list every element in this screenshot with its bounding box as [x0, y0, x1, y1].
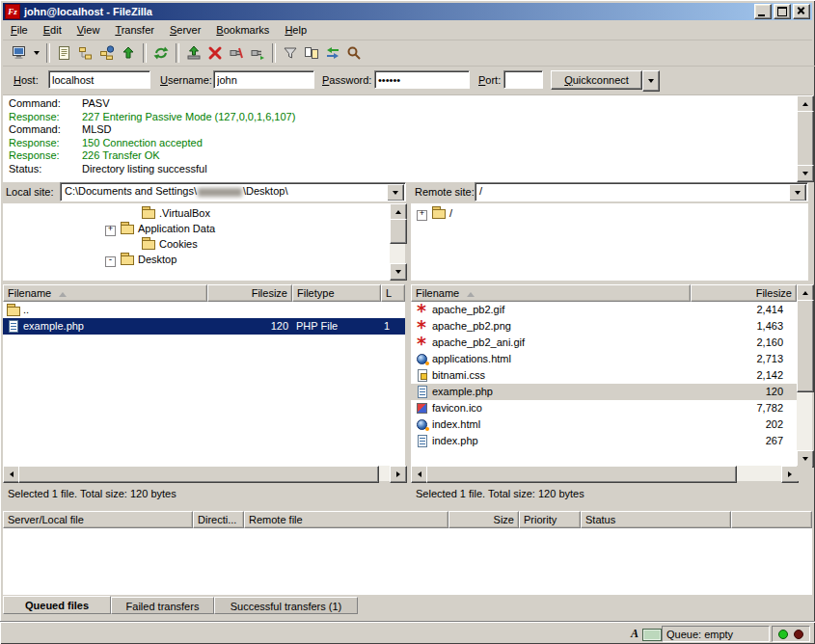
remote-site-combo[interactable]: / — [475, 182, 808, 201]
folder-icon — [431, 205, 447, 220]
remote-site-dropdown[interactable] — [789, 184, 806, 201]
log-line: Command:MLSD — [3, 123, 797, 137]
file-row[interactable]: index.php267 — [411, 433, 797, 449]
scroll-thumb[interactable] — [797, 300, 814, 392]
collapse-icon[interactable]: - — [105, 256, 116, 267]
file-row[interactable]: apache_pb2.png1,463 — [411, 318, 797, 335]
scroll-down-button[interactable] — [797, 165, 814, 182]
port-input[interactable] — [503, 70, 543, 89]
host-input[interactable] — [48, 70, 150, 89]
process-queue-button[interactable] — [183, 42, 204, 64]
file-row-selected[interactable]: example.php 120 PHP File 1 — [3, 318, 405, 335]
maximize-button[interactable] — [774, 4, 791, 19]
site-manager-dropdown[interactable] — [30, 42, 42, 64]
menu-view[interactable]: View — [69, 22, 108, 38]
directory-filter-button[interactable] — [280, 42, 301, 64]
scroll-thumb[interactable] — [18, 466, 379, 483]
file-row[interactable]: applications.html2,713 — [411, 351, 797, 367]
column-header-blank — [731, 511, 812, 528]
filezilla-app-icon[interactable]: Fz — [5, 4, 20, 19]
column-header-priority[interactable]: Priority — [519, 511, 581, 528]
folder-icon — [141, 205, 156, 220]
file-row-selected[interactable]: example.php120 — [411, 384, 797, 400]
reconnect-button[interactable] — [247, 42, 268, 64]
file-type: PHP File — [296, 318, 338, 334]
file-row[interactable]: index.html202 — [411, 416, 797, 433]
menu-help[interactable]: Help — [277, 22, 314, 38]
password-label: Password: — [322, 74, 371, 86]
menu-bookmarks[interactable]: Bookmarks — [208, 22, 277, 38]
column-header-server-local-file[interactable]: Server/Local file — [3, 511, 193, 528]
local-treeview-toggle-button[interactable] — [75, 42, 96, 64]
message-log-toggle-button[interactable] — [54, 42, 75, 64]
menu-edit[interactable]: Edit — [36, 22, 69, 38]
column-header-filename[interactable]: Filename — [411, 284, 691, 302]
column-header-filename[interactable]: Filename — [3, 284, 207, 302]
minimize-button[interactable] — [754, 4, 772, 19]
username-input[interactable] — [213, 70, 314, 89]
column-header-status[interactable]: Status — [581, 511, 731, 528]
scroll-down-button[interactable] — [390, 263, 407, 281]
refresh-button[interactable] — [150, 42, 172, 64]
local-horizontal-scrollbar[interactable] — [3, 466, 405, 481]
synchronized-browsing-button[interactable] — [322, 42, 343, 64]
local-site-label: Local site: — [6, 186, 54, 198]
menu-file[interactable]: File — [3, 22, 36, 38]
file-row[interactable]: apache_pb2.gif2,414 — [411, 302, 797, 318]
php-file-icon — [415, 385, 430, 399]
tree-item[interactable]: -Desktop — [3, 252, 390, 267]
file-row[interactable]: .. — [3, 302, 405, 318]
cancel-transfer-button[interactable] — [204, 42, 226, 64]
scroll-right-button[interactable] — [390, 466, 407, 483]
quickconnect-button[interactable]: Quickconnect — [551, 70, 642, 90]
site-manager-button[interactable] — [9, 42, 30, 64]
tab-successful-transfers[interactable]: Successful transfers (1) — [214, 597, 358, 614]
quickconnect-dropdown[interactable] — [642, 70, 660, 92]
file-row[interactable]: apache_pb2_ani.gif2,160 — [411, 335, 797, 351]
remote-horizontal-scrollbar[interactable] — [411, 466, 797, 481]
log-line: Status:Directory listing successful — [3, 163, 797, 176]
menu-server[interactable]: Server — [162, 22, 208, 38]
tree-item[interactable]: Cookies — [3, 236, 390, 252]
password-input[interactable] — [374, 70, 470, 89]
file-size: 2,713 — [677, 351, 783, 366]
column-header-filesize[interactable]: Filesize — [207, 284, 292, 302]
remote-vertical-scrollbar[interactable] — [797, 284, 812, 466]
remote-treeview-toggle-button[interactable] — [96, 42, 118, 64]
chevron-down-icon — [34, 51, 40, 55]
file-row[interactable]: favicon.ico7,782 — [411, 400, 797, 416]
column-header-filetype[interactable]: Filetype — [292, 284, 381, 302]
file-row[interactable]: bitnami.css2,142 — [411, 367, 797, 384]
local-site-dropdown[interactable] — [387, 184, 404, 201]
column-header-size[interactable]: Size — [448, 511, 519, 528]
toolbar-separator — [176, 43, 179, 63]
file-name: .. — [23, 302, 29, 317]
transfer-queue-list[interactable] — [3, 528, 812, 595]
tree-item[interactable]: +/ — [411, 205, 808, 221]
transfer-queue-toggle-button[interactable] — [118, 42, 139, 64]
local-site-combo[interactable]: C:\Documents and Settings\\Desktop\ — [60, 182, 406, 201]
column-header-direction[interactable]: Directi... — [193, 511, 244, 528]
tree-item[interactable]: +Application Data — [3, 221, 390, 236]
scroll-thumb[interactable] — [797, 111, 814, 167]
tab-queued-files[interactable]: Queued files — [3, 596, 111, 614]
column-header-lastmodified[interactable]: L — [381, 284, 405, 302]
menu-transfer[interactable]: Transfer — [107, 22, 162, 38]
close-button[interactable] — [793, 4, 810, 19]
folder-icon — [141, 236, 156, 251]
directory-compare-button[interactable] — [301, 42, 322, 64]
tab-failed-transfers[interactable]: Failed transfers — [111, 597, 214, 614]
tree-item[interactable]: .VirtualBox — [3, 205, 390, 221]
log-scrollbar[interactable] — [797, 95, 812, 180]
find-files-button[interactable] — [343, 42, 365, 64]
expand-icon[interactable]: + — [105, 226, 116, 236]
disconnect-button[interactable] — [226, 42, 247, 64]
expand-icon[interactable]: + — [417, 210, 427, 221]
column-header-filesize[interactable]: Filesize — [691, 284, 797, 302]
column-header-remote-file[interactable]: Remote file — [244, 511, 448, 528]
log-line: Response:227 Entering Passive Mode (127,… — [3, 111, 797, 124]
local-tree-scrollbar[interactable] — [390, 203, 405, 279]
scroll-thumb[interactable] — [390, 219, 407, 244]
titlebar[interactable]: Fz john@localhost - FileZilla — [3, 3, 812, 20]
scroll-thumb[interactable] — [426, 466, 737, 483]
